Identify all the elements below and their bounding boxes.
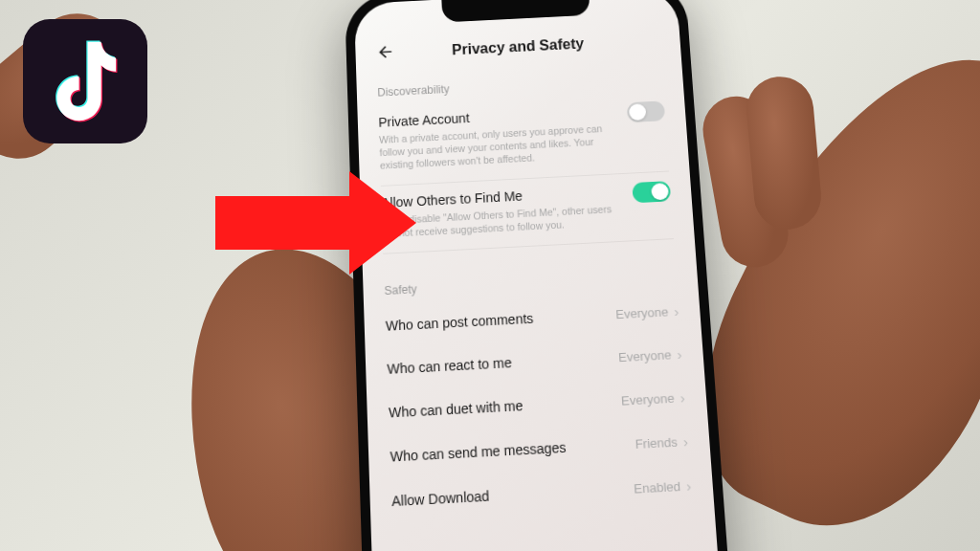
tiktok-logo-badge (23, 19, 147, 143)
page-title: Privacy and Safety (452, 35, 585, 58)
chevron-right-icon: › (674, 303, 679, 320)
chevron-right-icon: › (677, 346, 682, 363)
nav-row-label: Who can send me messages (390, 440, 567, 465)
nav-row-value: Everyone › (615, 303, 679, 322)
nav-row-value: Enabled › (634, 477, 692, 497)
toggle-knob (629, 103, 647, 121)
chevron-right-icon: › (682, 433, 688, 451)
nav-header: Privacy and Safety (375, 20, 660, 74)
red-pointer-arrow (215, 196, 349, 250)
tiktok-note-icon (47, 38, 123, 124)
nav-row-label: Who can react to me (387, 355, 512, 377)
chevron-right-icon: › (685, 477, 691, 495)
private-account-toggle[interactable] (627, 100, 665, 122)
back-button[interactable] (376, 43, 395, 67)
private-account-desc: With a private account, only users you a… (379, 121, 625, 173)
phone-screen: Privacy and Safety Discoverability Priva… (354, 0, 723, 551)
phone-frame: Privacy and Safety Discoverability Priva… (345, 0, 733, 551)
nav-row-value: Everyone › (621, 389, 686, 409)
nav-row-value: Everyone › (618, 346, 682, 366)
private-account-row: Private Account With a private account, … (378, 92, 669, 186)
nav-row-value: Friends › (635, 433, 688, 452)
allow-find-me-toggle[interactable] (632, 181, 671, 203)
nav-row-label: Allow Download (391, 489, 490, 510)
nav-row-label: Who can post comments (386, 311, 534, 334)
nav-row-label: Who can duet with me (389, 398, 523, 421)
chevron-right-icon: › (679, 389, 685, 406)
toggle-knob (651, 183, 669, 200)
arrow-left-icon (376, 43, 395, 62)
